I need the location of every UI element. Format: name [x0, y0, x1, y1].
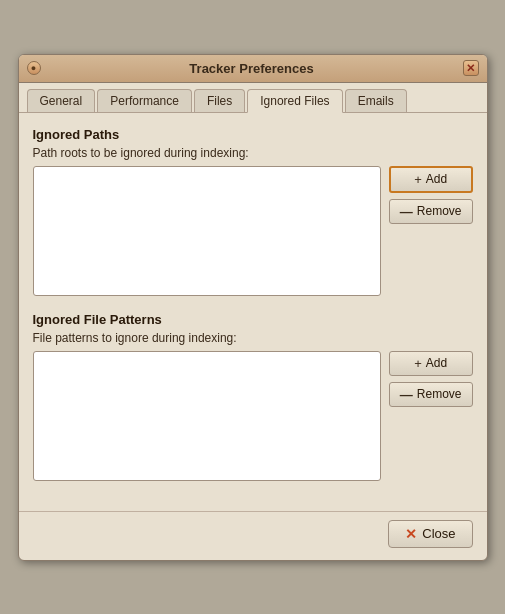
- tracker-preferences-window: ● Tracker Preferences ✕ General Performa…: [18, 54, 488, 561]
- titlebar: ● Tracker Preferences ✕: [19, 55, 487, 83]
- ignored-paths-title: Ignored Paths: [33, 127, 473, 142]
- ignored-patterns-row: + Add — Remove: [33, 351, 473, 481]
- ignored-patterns-remove-button[interactable]: — Remove: [389, 382, 473, 407]
- tab-files[interactable]: Files: [194, 89, 245, 112]
- ignored-paths-row: + Add — Remove: [33, 166, 473, 296]
- ignored-patterns-add-button[interactable]: + Add: [389, 351, 473, 376]
- ignored-patterns-title: Ignored File Patterns: [33, 312, 473, 327]
- tabs-bar: General Performance Files Ignored Files …: [19, 83, 487, 113]
- ignored-patterns-listbox[interactable]: [33, 351, 381, 481]
- ignored-paths-remove-button[interactable]: — Remove: [389, 199, 473, 224]
- ignored-patterns-buttons: + Add — Remove: [389, 351, 473, 407]
- minus-icon-2: —: [400, 387, 413, 402]
- tab-performance[interactable]: Performance: [97, 89, 192, 112]
- ignored-paths-buttons: + Add — Remove: [389, 166, 473, 224]
- ignored-paths-remove-label: Remove: [417, 204, 462, 218]
- close-label: Close: [422, 526, 455, 541]
- plus-icon-2: +: [414, 356, 422, 371]
- close-button[interactable]: ✕ Close: [388, 520, 472, 548]
- main-content: Ignored Paths Path roots to be ignored d…: [19, 113, 487, 511]
- ignored-patterns-section: Ignored File Patterns File patterns to i…: [33, 312, 473, 481]
- ignored-paths-desc: Path roots to be ignored during indexing…: [33, 146, 473, 160]
- ignored-paths-add-label: Add: [426, 172, 447, 186]
- window-title: Tracker Preferences: [41, 61, 463, 76]
- window-menu-button[interactable]: ●: [27, 61, 41, 75]
- tab-emails[interactable]: Emails: [345, 89, 407, 112]
- ignored-patterns-remove-label: Remove: [417, 387, 462, 401]
- tab-general[interactable]: General: [27, 89, 96, 112]
- footer: ✕ Close: [19, 511, 487, 560]
- titlebar-left: ●: [27, 61, 41, 75]
- tab-ignored-files[interactable]: Ignored Files: [247, 89, 342, 113]
- ignored-paths-add-button[interactable]: + Add: [389, 166, 473, 193]
- ignored-paths-listbox[interactable]: [33, 166, 381, 296]
- minus-icon: —: [400, 204, 413, 219]
- plus-icon: +: [414, 172, 422, 187]
- ignored-paths-section: Ignored Paths Path roots to be ignored d…: [33, 127, 473, 296]
- ignored-patterns-desc: File patterns to ignore during indexing:: [33, 331, 473, 345]
- ignored-patterns-add-label: Add: [426, 356, 447, 370]
- titlebar-close-button[interactable]: ✕: [463, 60, 479, 76]
- close-icon: ✕: [405, 526, 417, 542]
